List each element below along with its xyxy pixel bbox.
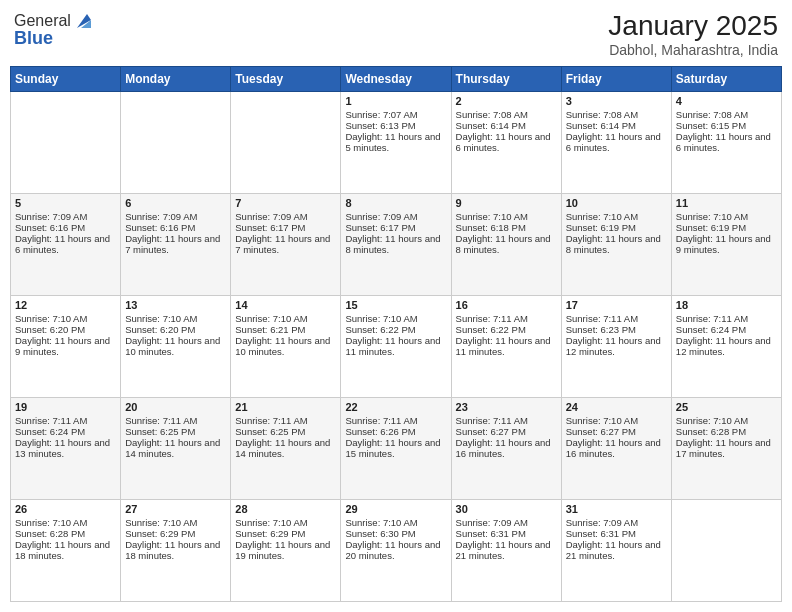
daylight-text: Daylight: 11 hours and 7 minutes.	[235, 233, 336, 255]
day-number: 30	[456, 503, 557, 515]
sunrise-text: Sunrise: 7:11 AM	[456, 415, 557, 426]
sunset-text: Sunset: 6:21 PM	[235, 324, 336, 335]
col-thursday: Thursday	[451, 67, 561, 92]
sunset-text: Sunset: 6:31 PM	[566, 528, 667, 539]
sunset-text: Sunset: 6:22 PM	[345, 324, 446, 335]
day-number: 14	[235, 299, 336, 311]
daylight-text: Daylight: 11 hours and 9 minutes.	[676, 233, 777, 255]
table-row: 16Sunrise: 7:11 AMSunset: 6:22 PMDayligh…	[451, 296, 561, 398]
table-row: 8Sunrise: 7:09 AMSunset: 6:17 PMDaylight…	[341, 194, 451, 296]
table-row: 12Sunrise: 7:10 AMSunset: 6:20 PMDayligh…	[11, 296, 121, 398]
table-row: 6Sunrise: 7:09 AMSunset: 6:16 PMDaylight…	[121, 194, 231, 296]
sunrise-text: Sunrise: 7:11 AM	[676, 313, 777, 324]
month-title: January 2025	[608, 10, 778, 42]
table-row: 9Sunrise: 7:10 AMSunset: 6:18 PMDaylight…	[451, 194, 561, 296]
table-row: 13Sunrise: 7:10 AMSunset: 6:20 PMDayligh…	[121, 296, 231, 398]
daylight-text: Daylight: 11 hours and 6 minutes.	[566, 131, 667, 153]
table-row: 24Sunrise: 7:10 AMSunset: 6:27 PMDayligh…	[561, 398, 671, 500]
table-row: 5Sunrise: 7:09 AMSunset: 6:16 PMDaylight…	[11, 194, 121, 296]
daylight-text: Daylight: 11 hours and 16 minutes.	[566, 437, 667, 459]
day-number: 15	[345, 299, 446, 311]
table-row: 30Sunrise: 7:09 AMSunset: 6:31 PMDayligh…	[451, 500, 561, 602]
table-row: 4Sunrise: 7:08 AMSunset: 6:15 PMDaylight…	[671, 92, 781, 194]
day-number: 11	[676, 197, 777, 209]
daylight-text: Daylight: 11 hours and 8 minutes.	[345, 233, 446, 255]
sunrise-text: Sunrise: 7:11 AM	[345, 415, 446, 426]
day-number: 8	[345, 197, 446, 209]
calendar-week-row: 26Sunrise: 7:10 AMSunset: 6:28 PMDayligh…	[11, 500, 782, 602]
table-row: 28Sunrise: 7:10 AMSunset: 6:29 PMDayligh…	[231, 500, 341, 602]
table-row: 18Sunrise: 7:11 AMSunset: 6:24 PMDayligh…	[671, 296, 781, 398]
daylight-text: Daylight: 11 hours and 14 minutes.	[235, 437, 336, 459]
daylight-text: Daylight: 11 hours and 6 minutes.	[676, 131, 777, 153]
daylight-text: Daylight: 11 hours and 18 minutes.	[125, 539, 226, 561]
daylight-text: Daylight: 11 hours and 11 minutes.	[456, 335, 557, 357]
sunrise-text: Sunrise: 7:11 AM	[15, 415, 116, 426]
daylight-text: Daylight: 11 hours and 5 minutes.	[345, 131, 446, 153]
daylight-text: Daylight: 11 hours and 7 minutes.	[125, 233, 226, 255]
sunrise-text: Sunrise: 7:10 AM	[566, 211, 667, 222]
sunset-text: Sunset: 6:14 PM	[566, 120, 667, 131]
sunrise-text: Sunrise: 7:11 AM	[235, 415, 336, 426]
sunset-text: Sunset: 6:26 PM	[345, 426, 446, 437]
day-number: 13	[125, 299, 226, 311]
header: General Blue January 2025 Dabhol, Mahara…	[10, 10, 782, 58]
day-number: 25	[676, 401, 777, 413]
sunrise-text: Sunrise: 7:10 AM	[235, 313, 336, 324]
day-number: 1	[345, 95, 446, 107]
sunset-text: Sunset: 6:30 PM	[345, 528, 446, 539]
sunset-text: Sunset: 6:27 PM	[566, 426, 667, 437]
sunrise-text: Sunrise: 7:09 AM	[456, 517, 557, 528]
sunset-text: Sunset: 6:20 PM	[125, 324, 226, 335]
sunrise-text: Sunrise: 7:08 AM	[566, 109, 667, 120]
sunset-text: Sunset: 6:25 PM	[125, 426, 226, 437]
title-block: January 2025 Dabhol, Maharashtra, India	[608, 10, 778, 58]
sunset-text: Sunset: 6:25 PM	[235, 426, 336, 437]
col-saturday: Saturday	[671, 67, 781, 92]
sunset-text: Sunset: 6:16 PM	[15, 222, 116, 233]
day-number: 17	[566, 299, 667, 311]
col-wednesday: Wednesday	[341, 67, 451, 92]
location: Dabhol, Maharashtra, India	[608, 42, 778, 58]
daylight-text: Daylight: 11 hours and 10 minutes.	[125, 335, 226, 357]
calendar-table: Sunday Monday Tuesday Wednesday Thursday…	[10, 66, 782, 602]
sunset-text: Sunset: 6:15 PM	[676, 120, 777, 131]
sunset-text: Sunset: 6:19 PM	[676, 222, 777, 233]
sunset-text: Sunset: 6:29 PM	[235, 528, 336, 539]
table-row: 29Sunrise: 7:10 AMSunset: 6:30 PMDayligh…	[341, 500, 451, 602]
day-number: 4	[676, 95, 777, 107]
sunset-text: Sunset: 6:27 PM	[456, 426, 557, 437]
col-tuesday: Tuesday	[231, 67, 341, 92]
daylight-text: Daylight: 11 hours and 16 minutes.	[456, 437, 557, 459]
day-number: 21	[235, 401, 336, 413]
day-number: 10	[566, 197, 667, 209]
sunset-text: Sunset: 6:20 PM	[15, 324, 116, 335]
sunrise-text: Sunrise: 7:10 AM	[456, 211, 557, 222]
sunset-text: Sunset: 6:13 PM	[345, 120, 446, 131]
calendar-week-row: 12Sunrise: 7:10 AMSunset: 6:20 PMDayligh…	[11, 296, 782, 398]
day-number: 20	[125, 401, 226, 413]
day-number: 22	[345, 401, 446, 413]
day-number: 26	[15, 503, 116, 515]
day-number: 24	[566, 401, 667, 413]
sunrise-text: Sunrise: 7:07 AM	[345, 109, 446, 120]
day-number: 27	[125, 503, 226, 515]
day-number: 5	[15, 197, 116, 209]
day-number: 2	[456, 95, 557, 107]
sunset-text: Sunset: 6:23 PM	[566, 324, 667, 335]
day-number: 3	[566, 95, 667, 107]
day-number: 18	[676, 299, 777, 311]
sunrise-text: Sunrise: 7:08 AM	[456, 109, 557, 120]
day-number: 9	[456, 197, 557, 209]
sunset-text: Sunset: 6:17 PM	[235, 222, 336, 233]
table-row: 23Sunrise: 7:11 AMSunset: 6:27 PMDayligh…	[451, 398, 561, 500]
sunrise-text: Sunrise: 7:09 AM	[566, 517, 667, 528]
day-number: 16	[456, 299, 557, 311]
calendar-week-row: 19Sunrise: 7:11 AMSunset: 6:24 PMDayligh…	[11, 398, 782, 500]
sunrise-text: Sunrise: 7:09 AM	[125, 211, 226, 222]
logo-icon	[73, 10, 95, 32]
daylight-text: Daylight: 11 hours and 12 minutes.	[566, 335, 667, 357]
sunset-text: Sunset: 6:29 PM	[125, 528, 226, 539]
logo: General Blue	[14, 10, 95, 49]
sunrise-text: Sunrise: 7:10 AM	[15, 313, 116, 324]
